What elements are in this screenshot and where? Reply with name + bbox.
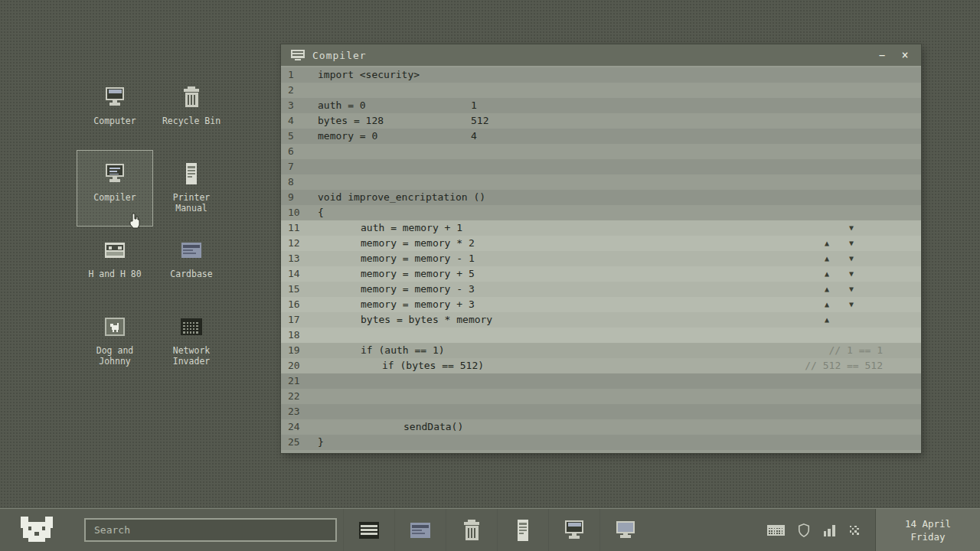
keyboard-dark-icon: [178, 314, 204, 340]
code-line-20: 20if (bytes == 512)// 512 == 512: [281, 358, 921, 373]
cardbase-icon: [407, 517, 433, 543]
line-number: 25: [281, 435, 318, 450]
move-up-button[interactable]: ▲: [817, 266, 837, 282]
move-controls: ▼: [817, 220, 861, 236]
code-line-11: 11auth = memory + 1▼: [281, 220, 921, 236]
code-text: import <security>: [318, 67, 420, 83]
code-line-13: 13memory = memory - 1▲▼: [281, 251, 921, 266]
taskbar-app-computer[interactable]: [548, 509, 599, 551]
desktop-icon-compiler[interactable]: Compiler: [77, 150, 153, 227]
runtime-value: 512: [471, 113, 488, 129]
desktop-icon-network-invader[interactable]: Network Invader: [153, 303, 230, 380]
move-down-button[interactable]: ▼: [841, 236, 861, 251]
code-line-12: 12memory = memory * 2▲▼: [281, 236, 921, 251]
date-text: 14 April: [905, 517, 951, 530]
code-text: bytes = bytes * memory: [361, 312, 492, 328]
code-line-5: 5memory = 04: [281, 129, 921, 144]
code-line-1: 1import <security>: [281, 67, 921, 83]
lines-icon: [356, 517, 382, 543]
cardbase-icon: [178, 237, 204, 263]
move-down-button[interactable]: ▼: [841, 266, 861, 282]
desktop-icon-label: Recycle Bin: [162, 116, 220, 126]
line-number: 21: [281, 373, 318, 389]
dog-icon: [102, 314, 128, 340]
code-line-22: 22: [281, 389, 921, 404]
move-up-button[interactable]: ▲: [817, 312, 837, 328]
code-line-23: 23: [281, 404, 921, 419]
code-text: void improve_encriptation (): [318, 190, 485, 205]
line-number: 10: [281, 205, 318, 220]
desktop-icon-h-and-h-80[interactable]: H and H 80: [77, 227, 153, 303]
line-number: 4: [281, 113, 318, 129]
line-number: 9: [281, 190, 318, 205]
compiler-window: Compiler − × 1import <security>23auth = …: [281, 44, 921, 453]
minimize-button[interactable]: −: [872, 47, 892, 64]
move-down-button[interactable]: ▼: [841, 297, 861, 312]
desktop-icon-label: Network Invader: [158, 345, 224, 367]
desktop-icon-recycle-bin[interactable]: Recycle Bin: [153, 73, 230, 150]
code-line-17: 17bytes = bytes * memory▲: [281, 312, 921, 328]
start-logo-button[interactable]: [20, 517, 54, 544]
runtime-value: 1: [471, 98, 477, 113]
code-text: memory = memory * 2: [361, 236, 475, 251]
code-editor: 1import <security>23auth = 014bytes = 12…: [281, 66, 921, 453]
code-line-19: 19if (auth == 1)// 1 == 1: [281, 343, 921, 358]
date-panel[interactable]: 14 April Friday: [875, 509, 980, 551]
taskbar-apps: [343, 509, 651, 551]
code-text: if (auth == 1): [361, 343, 445, 358]
desktop-icon-computer[interactable]: Computer: [77, 73, 153, 150]
line-number: 23: [281, 404, 318, 419]
code-line-25: 25}: [281, 435, 921, 450]
code-text: memory = memory - 3: [361, 282, 475, 297]
move-up-button[interactable]: ▲: [817, 297, 837, 312]
window-lines-icon: [290, 49, 305, 61]
code-text: sendData(): [403, 419, 463, 435]
move-up-button[interactable]: ▲: [817, 236, 837, 251]
move-controls: ▲▼: [817, 297, 861, 312]
code-text: if (bytes == 512): [382, 358, 484, 373]
keyboard-icon[interactable]: [766, 523, 786, 538]
code-comment: // 1 == 1: [829, 343, 921, 358]
move-up-button[interactable]: ▲: [817, 282, 837, 297]
desktop[interactable]: ComputerRecycle BinCompilerPrinter Manua…: [0, 0, 980, 551]
code-text: memory = memory + 5: [361, 266, 475, 282]
code-text: {: [318, 205, 324, 220]
taskbar-app-recycle-bin[interactable]: [446, 509, 497, 551]
taskbar-app-compiler[interactable]: [343, 509, 394, 551]
move-up-button[interactable]: ▲: [817, 251, 837, 266]
move-down-button[interactable]: ▼: [841, 220, 861, 236]
line-number: 17: [281, 312, 318, 328]
taskbar-app-monitor[interactable]: [599, 509, 651, 551]
shield-icon[interactable]: [796, 523, 812, 538]
code-text: auth = memory + 1: [361, 220, 462, 236]
code-line-3: 3auth = 01: [281, 98, 921, 113]
desktop-icon-cardbase[interactable]: Cardbase: [153, 227, 230, 303]
move-controls: ▲▼: [817, 251, 861, 266]
code-text: memory = 0: [318, 129, 377, 144]
code-line-6: 6: [281, 144, 921, 159]
taskbar-app-cardbase[interactable]: [394, 509, 446, 551]
desktop-icon-printer-manual[interactable]: Printer Manual: [153, 150, 230, 227]
computer-icon: [102, 84, 128, 110]
grid-icon[interactable]: [847, 523, 862, 538]
window-title: Compiler: [312, 50, 367, 61]
search-input[interactable]: [84, 518, 337, 542]
line-number: 12: [281, 236, 318, 251]
close-button[interactable]: ×: [895, 47, 915, 64]
line-number: 6: [281, 144, 318, 159]
bar-chart-icon[interactable]: [822, 523, 837, 538]
code-line-21: 21: [281, 373, 921, 389]
desktop-icon-label: Computer: [93, 116, 136, 126]
monitor-light-icon: [612, 517, 639, 543]
code-line-2: 2: [281, 83, 921, 98]
move-down-button: [841, 312, 861, 328]
line-number: 8: [281, 174, 318, 190]
taskbar: 14 April Friday: [0, 508, 980, 551]
line-number: 18: [281, 328, 318, 343]
taskbar-app-printer-manual[interactable]: [497, 509, 548, 551]
move-down-button[interactable]: ▼: [841, 251, 861, 266]
desktop-icon-dog-and-johnny[interactable]: Dog and Johnny: [77, 303, 153, 380]
code-line-9: 9void improve_encriptation (): [281, 190, 921, 205]
window-titlebar[interactable]: Compiler − ×: [281, 44, 921, 66]
move-down-button[interactable]: ▼: [841, 282, 861, 297]
